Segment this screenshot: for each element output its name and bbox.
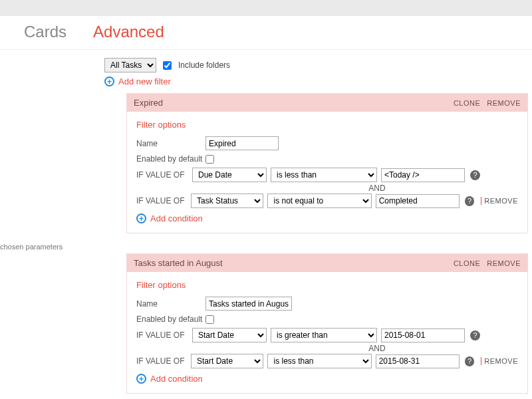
add-condition-link[interactable]: Add condition: [150, 213, 203, 223]
filter-title: Expired: [134, 98, 447, 108]
filter-card-header: Tasks started in August CLONE REMOVE: [127, 254, 527, 272]
enabled-checkbox[interactable]: [205, 315, 214, 324]
if-value-of-label: IF VALUE OF: [136, 331, 188, 340]
filters-list: Expired CLONE REMOVE Filter options Name…: [126, 93, 528, 394]
condition-field-select[interactable]: Due Date: [192, 168, 267, 182]
plus-icon[interactable]: +: [104, 76, 114, 86]
if-value-of-label: IF VALUE OF: [136, 356, 187, 366]
include-folders-checkbox[interactable]: [163, 61, 172, 70]
filter-card: Expired CLONE REMOVE Filter options Name…: [126, 93, 528, 233]
help-icon[interactable]: ?: [470, 170, 480, 180]
tab-strip: Cards Advanced: [0, 16, 532, 50]
add-new-filter-link[interactable]: Add new filter: [118, 76, 171, 86]
plus-icon[interactable]: +: [136, 374, 146, 384]
help-icon[interactable]: ?: [470, 331, 480, 340]
remove-filter-button[interactable]: REMOVE: [487, 259, 521, 267]
help-icon[interactable]: ?: [465, 196, 475, 206]
condition-value-input[interactable]: [376, 194, 460, 208]
condition-operator-select[interactable]: is not equal to: [267, 194, 371, 208]
side-hint-text: chosen parameters: [0, 243, 63, 251]
tab-advanced[interactable]: Advanced: [93, 23, 164, 41]
if-value-of-label: IF VALUE OF: [136, 170, 188, 180]
datasource-row: All Tasks Include folders: [104, 58, 532, 72]
name-label: Name: [136, 299, 205, 309]
filter-card-header: Expired CLONE REMOVE: [127, 94, 527, 112]
help-icon[interactable]: ?: [465, 356, 475, 366]
add-condition-row: + Add condition: [136, 374, 518, 384]
condition-value-input[interactable]: [376, 354, 460, 368]
condition-operator-select[interactable]: is less than: [267, 354, 371, 368]
condition-row: IF VALUE OF Start Date is less than ? RE…: [136, 354, 518, 368]
condition-value-input[interactable]: [381, 168, 465, 182]
clone-button[interactable]: CLONE: [454, 259, 480, 267]
filter-card-body: Filter options Name Enabled by default I…: [127, 112, 527, 233]
add-condition-row: + Add condition: [136, 213, 518, 223]
tab-cards[interactable]: Cards: [24, 23, 66, 41]
datasource-select[interactable]: All Tasks: [104, 58, 156, 72]
condition-row: IF VALUE OF Start Date is greater than ?: [136, 328, 518, 342]
condition-operator-select[interactable]: is less than: [271, 168, 377, 182]
add-filter-row: + Add new filter: [104, 76, 532, 86]
add-condition-link[interactable]: Add condition: [150, 374, 203, 384]
remove-condition-button[interactable]: REMOVE: [481, 197, 518, 205]
condition-row: IF VALUE OF Task Status is not equal to …: [136, 194, 518, 208]
filter-options-heading: Filter options: [136, 280, 518, 290]
condition-field-select[interactable]: Start Date: [191, 354, 263, 368]
filter-card: Tasks started in August CLONE REMOVE Fil…: [126, 253, 528, 394]
filter-name-input[interactable]: [205, 136, 279, 150]
condition-field-select[interactable]: Start Date: [192, 328, 267, 342]
name-label: Name: [136, 139, 205, 148]
plus-icon[interactable]: +: [136, 213, 146, 223]
condition-row: IF VALUE OF Due Date is less than ?: [136, 168, 518, 182]
enabled-label: Enabled by default: [136, 315, 205, 324]
and-separator: AND: [136, 344, 518, 353]
filter-name-input[interactable]: [205, 297, 292, 311]
window-titlebar: [0, 0, 532, 16]
remove-filter-button[interactable]: REMOVE: [487, 99, 521, 107]
filter-options-heading: Filter options: [136, 120, 518, 130]
condition-operator-select[interactable]: is greater than: [271, 328, 377, 342]
include-folders-label: Include folders: [178, 61, 230, 70]
if-value-of-label: IF VALUE OF: [136, 196, 187, 205]
enabled-label: Enabled by default: [136, 154, 205, 164]
and-separator: AND: [136, 184, 518, 193]
filter-title: Tasks started in August: [134, 258, 447, 268]
condition-field-select[interactable]: Task Status: [191, 194, 263, 208]
remove-condition-button[interactable]: REMOVE: [481, 357, 518, 365]
filter-card-body: Filter options Name Enabled by default I…: [127, 272, 527, 393]
condition-value-input[interactable]: [381, 329, 465, 342]
clone-button[interactable]: CLONE: [454, 99, 480, 107]
enabled-checkbox[interactable]: [205, 155, 214, 164]
